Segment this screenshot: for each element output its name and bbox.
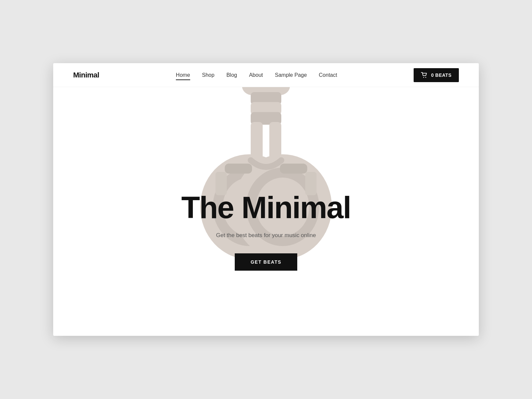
hero-section: The Minimal Get the best beats for your … (53, 87, 479, 336)
cart-icon (421, 72, 428, 78)
svg-point-1 (426, 77, 427, 78)
nav-item-about[interactable]: About (249, 72, 263, 78)
svg-rect-15 (280, 164, 307, 174)
cart-label: 0 BEATS (431, 72, 452, 78)
nav-item-blog[interactable]: Blog (226, 72, 237, 78)
site-logo[interactable]: Minimal (73, 71, 99, 79)
hero-subtitle: Get the best beats for your music online (181, 232, 351, 239)
hero-content: The Minimal Get the best beats for your … (181, 192, 351, 271)
header: Minimal Home Shop Blog About Sample Page… (53, 63, 479, 87)
hero-title: The Minimal (181, 192, 351, 223)
svg-point-0 (423, 77, 424, 78)
cta-button[interactable]: GET BEATS (235, 253, 298, 271)
nav-item-home[interactable]: Home (176, 72, 190, 78)
nav-item-contact[interactable]: Contact (319, 72, 337, 78)
nav-item-shop[interactable]: Shop (202, 72, 214, 78)
nav-item-sample-page[interactable]: Sample Page (275, 72, 307, 78)
svg-rect-14 (225, 164, 252, 174)
browser-window: Minimal Home Shop Blog About Sample Page… (53, 63, 479, 336)
cart-button[interactable]: 0 BEATS (414, 68, 459, 82)
main-nav: Home Shop Blog About Sample Page Contact (176, 72, 337, 78)
